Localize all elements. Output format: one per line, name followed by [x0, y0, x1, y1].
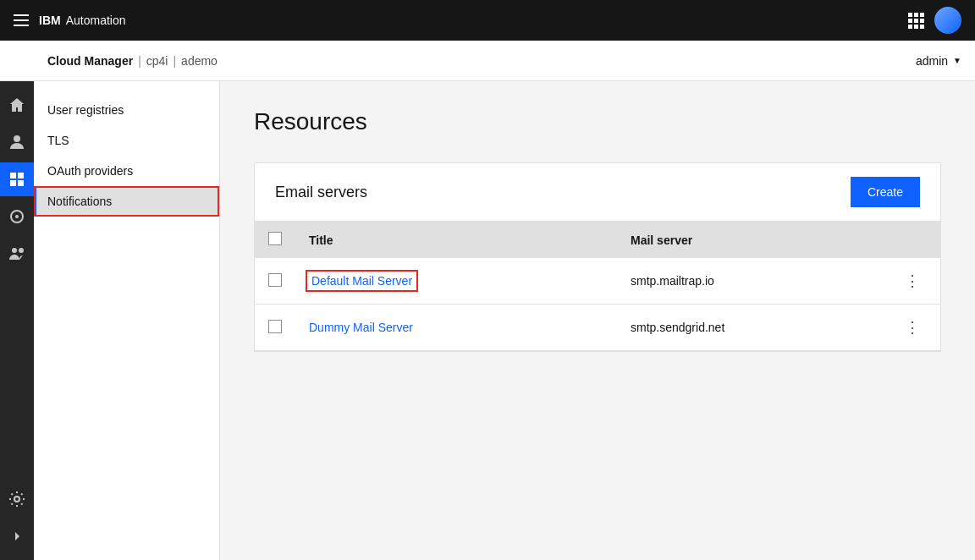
sidebar: [0, 81, 34, 560]
svg-point-9: [14, 135, 20, 142]
svg-point-15: [15, 215, 19, 218]
row1-checkbox[interactable]: [268, 273, 282, 287]
row2-checkbox[interactable]: [268, 320, 282, 333]
sidebar-item-explore[interactable]: [0, 200, 34, 233]
row2-actions-menu[interactable]: ⋮: [898, 315, 927, 340]
row1-server-cell: smtp.mailtrap.io: [617, 258, 884, 305]
avatar[interactable]: [934, 7, 961, 34]
page-title: Resources: [254, 108, 941, 135]
sub-navigation: Cloud Manager | cp4i | ademo admin ▼: [0, 41, 975, 81]
header-mail-server: Mail server: [617, 222, 884, 258]
email-servers-table: Title Mail server Default Mail Server sm…: [255, 222, 940, 351]
ibm-label: IBM: [39, 14, 61, 27]
sidebar-item-settings[interactable]: [0, 482, 34, 516]
svg-rect-1: [914, 13, 918, 17]
svg-rect-6: [908, 25, 912, 29]
sidebar-item-users[interactable]: [0, 125, 34, 159]
svg-point-18: [14, 497, 19, 502]
row1-actions-menu[interactable]: ⋮: [898, 268, 927, 294]
row1-checkbox-cell: [255, 258, 295, 305]
sub-sidebar: User registries TLS OAuth providers Noti…: [34, 81, 220, 560]
header-checkbox-col: [255, 222, 295, 258]
svg-rect-12: [10, 180, 16, 186]
svg-rect-5: [920, 19, 924, 23]
top-navigation: IBM Automation: [0, 0, 975, 41]
svg-point-16: [12, 248, 17, 253]
card-header: Email servers Create: [255, 163, 940, 222]
brand: IBM Automation: [39, 14, 126, 27]
create-button[interactable]: Create: [851, 177, 920, 207]
sidebar-item-home[interactable]: [0, 88, 34, 122]
svg-rect-10: [10, 173, 16, 178]
sub-sidebar-item-user-registries[interactable]: User registries: [34, 95, 219, 125]
row2-checkbox-cell: [255, 305, 295, 351]
row2-title-cell: Dummy Mail Server: [295, 305, 617, 351]
top-nav-right: [907, 7, 961, 34]
row1-title-link[interactable]: Default Mail Server: [309, 273, 415, 288]
product-label: Automation: [66, 14, 126, 27]
table-header-row: Title Mail server: [255, 222, 940, 258]
header-title: Title: [295, 222, 617, 258]
table-row: Default Mail Server smtp.mailtrap.io ⋮: [255, 258, 940, 305]
svg-rect-0: [908, 13, 912, 17]
row2-title-link[interactable]: Dummy Mail Server: [309, 321, 413, 334]
sidebar-expand-button[interactable]: [0, 519, 34, 553]
hamburger-menu[interactable]: [14, 14, 29, 26]
row2-server-cell: smtp.sendgrid.net: [617, 305, 884, 351]
svg-rect-3: [908, 19, 912, 23]
svg-rect-7: [914, 25, 918, 29]
main-content: Resources Email servers Create Title Mai…: [220, 81, 975, 560]
breadcrumb: Cloud Manager | cp4i | ademo: [47, 54, 218, 68]
table-row: Dummy Mail Server smtp.sendgrid.net ⋮: [255, 305, 940, 351]
svg-rect-4: [914, 19, 918, 23]
breadcrumb-sep2: |: [173, 54, 176, 68]
header-actions: [884, 222, 940, 258]
main-layout: User registries TLS OAuth providers Noti…: [0, 81, 975, 560]
chevron-down-icon: ▼: [953, 56, 961, 65]
svg-rect-13: [18, 180, 24, 186]
sidebar-item-resources[interactable]: [0, 162, 34, 196]
user-name: admin: [916, 54, 948, 68]
breadcrumb-sep1: |: [138, 54, 141, 68]
grid-icon[interactable]: [907, 12, 924, 29]
card-title: Email servers: [275, 184, 367, 201]
breadcrumb-root: Cloud Manager: [47, 54, 133, 68]
user-menu[interactable]: admin ▼: [916, 54, 961, 68]
svg-rect-11: [18, 173, 24, 178]
row1-title-cell: Default Mail Server: [295, 258, 617, 305]
select-all-checkbox[interactable]: [268, 232, 282, 245]
svg-point-17: [19, 248, 24, 253]
svg-rect-2: [920, 13, 924, 17]
sub-sidebar-item-notifications[interactable]: Notifications: [34, 186, 219, 217]
breadcrumb-ademo: ademo: [181, 54, 218, 68]
row2-action-cell: ⋮: [884, 305, 940, 351]
breadcrumb-cp4i: cp4i: [146, 54, 168, 68]
row1-action-cell: ⋮: [884, 258, 940, 305]
svg-rect-8: [920, 25, 924, 29]
email-servers-card: Email servers Create Title Mail server: [254, 162, 941, 352]
sidebar-item-team[interactable]: [0, 237, 34, 271]
sub-sidebar-item-oauth[interactable]: OAuth providers: [34, 156, 219, 186]
sub-sidebar-item-tls[interactable]: TLS: [34, 125, 219, 156]
